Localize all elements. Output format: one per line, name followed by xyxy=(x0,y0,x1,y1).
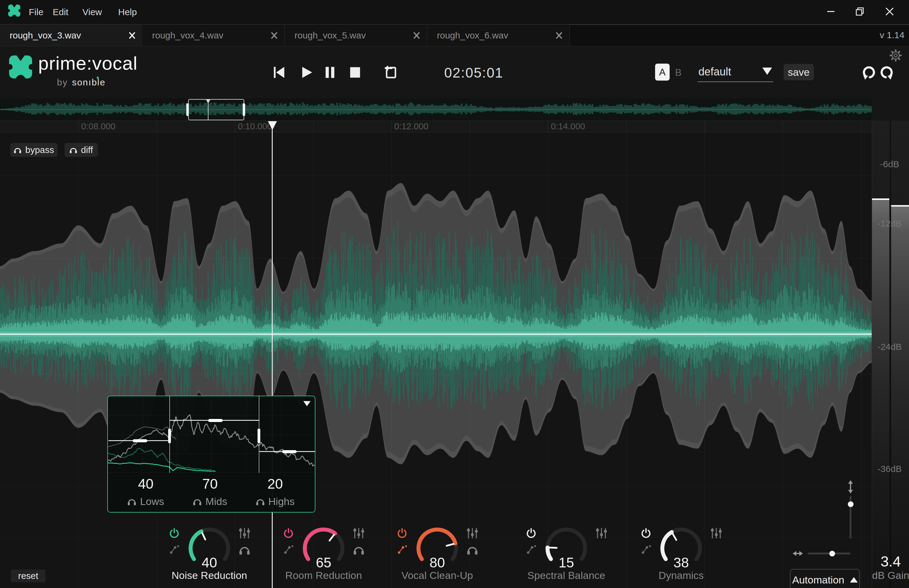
tab-close-icon[interactable] xyxy=(410,29,423,42)
app-title: prime:vocal xyxy=(38,52,137,74)
solo-headphones-icon[interactable] xyxy=(467,545,478,555)
power-icon[interactable] xyxy=(169,528,180,539)
highs-value[interactable]: 20 xyxy=(245,476,306,492)
preset-select[interactable]: default xyxy=(699,65,731,78)
tab-rough-vox-6[interactable]: rough_vox_6.wav xyxy=(427,24,569,46)
mids-band-control[interactable]: 70 Mids xyxy=(180,476,240,507)
module-label[interactable]: Vocal Clean-Up xyxy=(386,570,489,582)
power-icon[interactable] xyxy=(283,528,294,539)
reset-button[interactable]: reset xyxy=(11,570,45,582)
play-button[interactable] xyxy=(297,63,316,82)
advanced-sliders-icon[interactable] xyxy=(238,527,251,539)
highs-level-handle[interactable] xyxy=(282,450,297,453)
playhead[interactable] xyxy=(272,125,273,588)
module-label[interactable]: Spectral Balance xyxy=(515,570,618,582)
crossover-handle-mid-high[interactable] xyxy=(257,429,260,443)
module-label[interactable]: Noise Reduction xyxy=(158,570,261,582)
lows-band-control[interactable]: 40 Lows xyxy=(115,476,176,507)
headphones-icon[interactable] xyxy=(256,498,265,506)
redo-button[interactable] xyxy=(878,63,896,81)
tab-rough-vox-4[interactable]: rough_vox_4.wav xyxy=(142,24,285,46)
diff-button[interactable]: diff xyxy=(65,143,98,157)
preset-caret-icon[interactable] xyxy=(762,68,772,75)
selection-left-handle[interactable] xyxy=(186,103,189,116)
advanced-sliders-icon[interactable] xyxy=(710,527,723,539)
module-noise-reduction[interactable]: 40Noise Reduction xyxy=(158,525,261,588)
tab-rough-vox-3[interactable]: rough_vox_3.wav xyxy=(0,24,142,46)
advanced-sliders-icon[interactable] xyxy=(595,527,608,539)
module-room-reduction[interactable]: 65Room Reduction xyxy=(272,525,375,588)
playhead-marker[interactable] xyxy=(268,121,277,130)
ab-compare-a-button[interactable]: A xyxy=(655,64,670,81)
stop-button[interactable] xyxy=(345,63,364,82)
module-spectral-balance[interactable]: 15Spectral Balance xyxy=(515,525,618,588)
module-value[interactable]: 38 xyxy=(630,554,733,571)
menu-view[interactable]: View xyxy=(82,0,102,24)
selection-right-handle[interactable] xyxy=(243,103,245,116)
power-icon[interactable] xyxy=(641,528,652,539)
byline-brand: sonıble xyxy=(72,77,106,87)
module-label[interactable]: Room Reduction xyxy=(272,570,375,582)
horizontal-zoom-track[interactable] xyxy=(807,552,851,554)
tab-close-icon[interactable] xyxy=(125,29,139,42)
skip-to-start-button[interactable] xyxy=(270,63,288,82)
tab-close-icon[interactable] xyxy=(268,29,281,42)
automation-nodes-icon[interactable] xyxy=(283,543,294,555)
loop-button[interactable] xyxy=(381,63,400,82)
module-value[interactable]: 40 xyxy=(158,554,261,571)
headphones-icon[interactable] xyxy=(127,498,136,506)
db-label: -6dB xyxy=(872,159,907,170)
window-minimize-button[interactable] xyxy=(820,0,841,23)
solo-headphones-icon[interactable] xyxy=(353,545,364,555)
pause-button[interactable] xyxy=(320,63,340,82)
automation-nodes-icon[interactable] xyxy=(526,543,537,555)
menu-help[interactable]: Help xyxy=(118,0,137,24)
ab-compare-b-button[interactable]: B xyxy=(675,67,681,78)
horizontal-zoom-handle[interactable] xyxy=(829,551,835,556)
automation-panel-button[interactable]: Automation xyxy=(790,569,860,588)
automation-nodes-icon[interactable] xyxy=(396,543,408,555)
gain-value[interactable]: 3.4 xyxy=(872,553,909,570)
automation-nodes-icon[interactable] xyxy=(169,543,180,555)
advanced-sliders-icon[interactable] xyxy=(352,527,366,539)
window-close-button[interactable] xyxy=(879,0,900,23)
overview-selection-box[interactable] xyxy=(188,99,244,120)
popup-collapse-icon[interactable] xyxy=(303,401,311,406)
ruler-tick xyxy=(78,121,79,132)
power-icon[interactable] xyxy=(396,528,408,539)
advanced-sliders-icon[interactable] xyxy=(466,527,479,539)
tab-rough-vox-5[interactable]: rough_vox_5.wav xyxy=(285,24,427,46)
ruler-time-label: 0:14.000 xyxy=(551,121,585,132)
overview-waveform-strip[interactable] xyxy=(0,99,872,121)
mids-value[interactable]: 70 xyxy=(180,476,240,492)
module-value[interactable]: 65 xyxy=(272,554,375,571)
module-vocal-clean-up[interactable]: 80Vocal Clean-Up xyxy=(386,525,489,588)
save-preset-button[interactable]: save xyxy=(784,64,814,80)
waveform-view[interactable]: bypass diff xyxy=(0,132,872,588)
module-dynamics[interactable]: 38Dynamics xyxy=(630,525,733,588)
tab-close-icon[interactable] xyxy=(552,29,566,42)
headphones-icon xyxy=(14,146,21,153)
menu-file[interactable]: File xyxy=(29,0,43,24)
automation-nodes-icon[interactable] xyxy=(641,543,652,555)
lows-level-handle[interactable] xyxy=(133,439,147,442)
automation-expand-icon xyxy=(850,577,858,583)
undo-button[interactable] xyxy=(860,63,877,81)
settings-button[interactable] xyxy=(888,48,903,63)
bypass-button[interactable]: bypass xyxy=(10,143,58,157)
module-label[interactable]: Dynamics xyxy=(630,570,733,582)
window-restore-button[interactable] xyxy=(849,0,870,23)
solo-headphones-icon[interactable] xyxy=(239,545,250,555)
module-value[interactable]: 15 xyxy=(515,554,618,571)
time-ruler[interactable]: 0:08.0000:10.0000:12.0000:14.000 xyxy=(0,121,872,132)
vertical-zoom-handle[interactable] xyxy=(848,501,854,507)
mids-level-handle[interactable] xyxy=(208,419,223,422)
menu-edit[interactable]: Edit xyxy=(53,0,68,24)
headphones-icon[interactable] xyxy=(193,498,202,506)
power-icon[interactable] xyxy=(526,528,537,539)
pause-icon xyxy=(323,65,337,79)
headphones-icon xyxy=(70,146,77,153)
highs-band-control[interactable]: 20 Highs xyxy=(245,476,306,507)
lows-value[interactable]: 40 xyxy=(115,476,176,492)
module-value[interactable]: 80 xyxy=(386,554,489,571)
